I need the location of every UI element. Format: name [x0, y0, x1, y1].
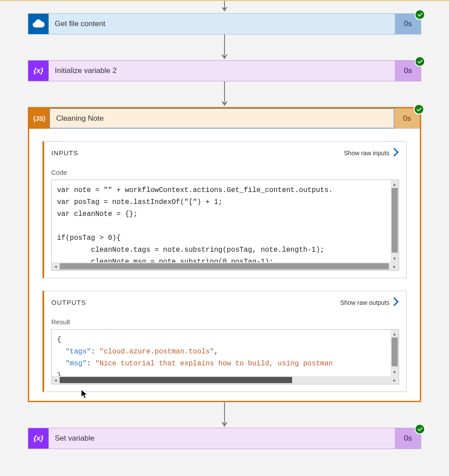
step-title: Cleaning Note — [49, 108, 394, 128]
step-body: INPUTS Show raw inputs Code var note = "… — [29, 129, 420, 401]
scroll-right-icon[interactable]: ▸ — [391, 376, 399, 384]
scrollbar-thumb[interactable] — [392, 188, 398, 253]
step-title: Set variable — [49, 428, 395, 449]
success-icon — [415, 424, 425, 434]
variable-icon: {x} — [28, 61, 49, 81]
vertical-scrollbar[interactable]: ▴ ▾ — [391, 330, 399, 376]
outputs-panel: OUTPUTS Show raw outputs Result { "tags"… — [42, 291, 407, 392]
chevron-right-icon — [393, 148, 399, 158]
result-textarea[interactable]: { "tags": "cloud.azure.postman.tools", "… — [51, 329, 399, 384]
horizontal-scrollbar[interactable]: ◂ ▸ — [52, 262, 399, 270]
result-label: Result — [44, 314, 406, 329]
step-cleaning-note[interactable]: {JS} Cleaning Note 0s INPUTS Show raw in… — [28, 107, 421, 402]
flow-arrow — [218, 402, 231, 428]
step-title: Get file content — [49, 14, 395, 34]
success-icon — [415, 56, 425, 67]
step-get-file-content[interactable]: Get file content 0s — [28, 13, 421, 35]
step-initialize-variable-2[interactable]: {x} Initialize variable 2 0s — [28, 60, 421, 81]
step-title: Initialize variable 2 — [49, 61, 395, 81]
code-content: var note = "" + workflowContext.actions.… — [52, 180, 399, 271]
scroll-down-icon[interactable]: ▾ — [391, 254, 399, 262]
scroll-left-icon[interactable]: ◂ — [52, 376, 60, 384]
show-raw-inputs-link[interactable]: Show raw inputs — [344, 148, 399, 158]
vertical-scrollbar[interactable]: ▴ ▾ — [391, 180, 399, 262]
cloud-icon — [28, 14, 49, 34]
javascript-icon: {JS} — [29, 108, 49, 129]
scroll-left-icon[interactable]: ◂ — [52, 262, 60, 270]
cursor-icon — [81, 389, 89, 400]
inputs-panel: INPUTS Show raw inputs Code var note = "… — [42, 141, 407, 278]
flow-arrow — [218, 81, 231, 107]
code-textarea[interactable]: var note = "" + workflowContext.actions.… — [51, 180, 399, 271]
success-icon — [415, 9, 425, 20]
step-set-variable[interactable]: {x} Set variable 0s — [28, 428, 421, 449]
flow-canvas: Get file content 0s {x} Initialize varia… — [0, 1, 449, 458]
flow-arrow — [218, 1, 231, 13]
flow-arrow — [218, 35, 231, 60]
variable-icon: {x} — [28, 428, 49, 449]
success-icon — [414, 104, 424, 115]
scrollbar-thumb[interactable] — [392, 338, 398, 366]
scroll-down-icon[interactable]: ▾ — [391, 368, 399, 376]
scrollbar-thumb[interactable] — [60, 263, 389, 269]
scroll-up-icon[interactable]: ▴ — [391, 180, 399, 188]
result-msg: "Nice tutorial that explains how to buil… — [95, 360, 333, 368]
scrollbar-thumb[interactable] — [60, 377, 292, 383]
result-tags: "cloud.azure.postman.tools" — [99, 348, 214, 356]
inputs-label: INPUTS — [51, 149, 78, 157]
code-label: Code — [44, 164, 406, 180]
scroll-right-icon[interactable]: ▸ — [391, 262, 399, 270]
chevron-right-icon — [393, 297, 399, 307]
show-raw-outputs-link[interactable]: Show raw outputs — [340, 297, 399, 307]
horizontal-scrollbar[interactable]: ◂ ▸ — [52, 376, 399, 384]
outputs-label: OUTPUTS — [51, 299, 86, 306]
scroll-up-icon[interactable]: ▴ — [391, 330, 399, 338]
